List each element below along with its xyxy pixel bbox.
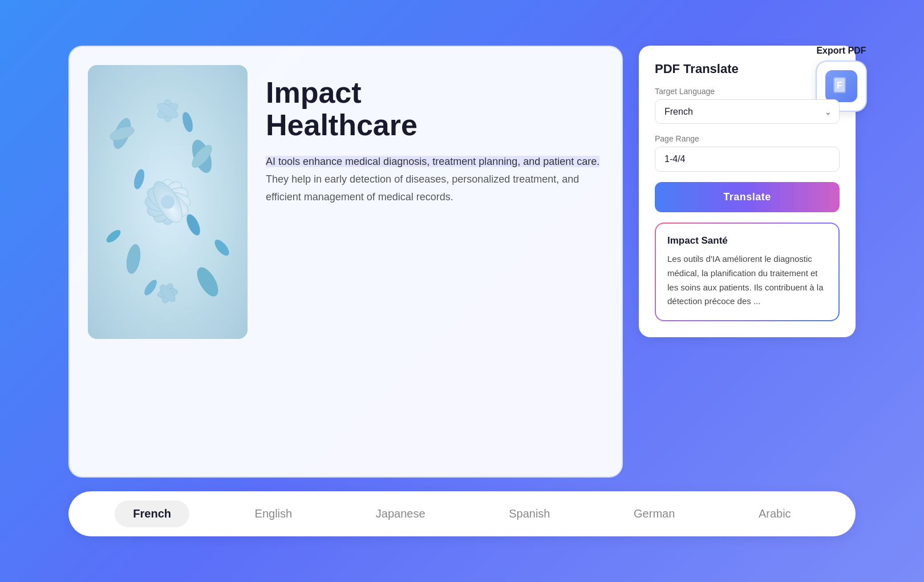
language-select[interactable]: French English Japanese Spanish German A…	[655, 99, 840, 124]
page-range-input[interactable]	[655, 147, 840, 172]
lang-item-german[interactable]: German	[615, 500, 693, 527]
target-language-group: Target Language French English Japanese …	[655, 87, 840, 124]
target-language-label: Target Language	[655, 87, 840, 96]
lang-item-english[interactable]: English	[237, 500, 311, 527]
result-text: Les outils d'IA améliorent le diagnostic…	[667, 252, 827, 309]
result-title: Impact Santé	[667, 235, 827, 246]
document-card: Impact Healthcare AI tools enhance medic…	[68, 46, 623, 478]
svg-text:F: F	[837, 80, 842, 90]
lang-item-japanese[interactable]: Japanese	[358, 500, 444, 527]
right-panel: Export PDF F PDF Translate Target Langua…	[639, 46, 856, 478]
main-container: Impact Healthcare AI tools enhance medic…	[68, 46, 856, 536]
document-content: Impact Healthcare AI tools enhance medic…	[266, 65, 603, 205]
normal-text: They help in early detection of diseases…	[266, 173, 579, 203]
lang-item-french[interactable]: French	[115, 500, 189, 527]
highlighted-text: AI tools enhance medical diagnosis, trea…	[266, 156, 599, 167]
lang-item-arabic[interactable]: Arabic	[740, 500, 809, 527]
lang-item-spanish[interactable]: Spanish	[491, 500, 568, 527]
translation-result-border: Impact Santé Les outils d'IA améliorent …	[655, 223, 840, 321]
translate-button[interactable]: Translate	[655, 182, 840, 212]
document-body: AI tools enhance medical diagnosis, trea…	[266, 153, 603, 205]
translate-title: PDF Translate	[655, 62, 840, 76]
language-bar: French English Japanese Spanish German A…	[68, 491, 856, 536]
language-select-wrapper: French English Japanese Spanish German A…	[655, 99, 840, 124]
page-range-group: Page Range	[655, 134, 840, 172]
export-pdf-icon: F	[825, 70, 857, 102]
document-title: Impact Healthcare	[266, 76, 603, 142]
svg-point-7	[161, 195, 175, 209]
translation-result-box: Impact Santé Les outils d'IA améliorent …	[656, 224, 838, 320]
page-range-label: Page Range	[655, 134, 840, 143]
export-label: Export PDF	[816, 46, 866, 56]
main-row: Impact Healthcare AI tools enhance medic…	[68, 46, 856, 478]
document-image	[88, 65, 248, 339]
